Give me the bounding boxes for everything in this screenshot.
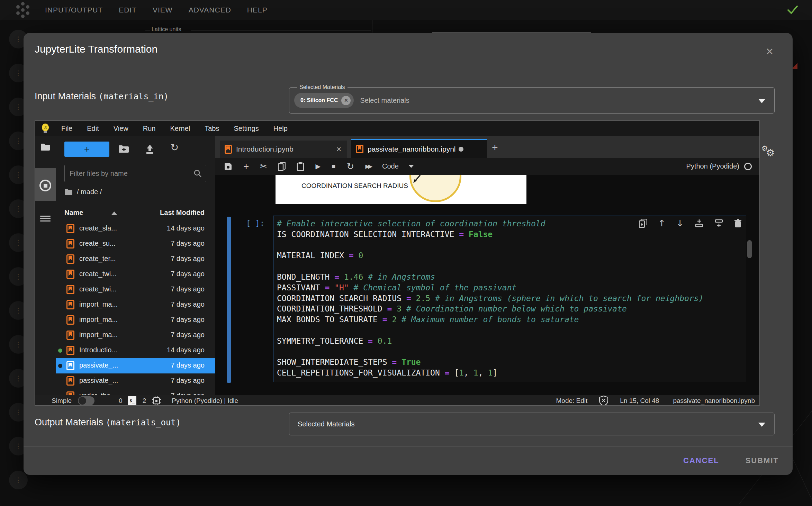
copy-cells-icon[interactable] <box>278 162 286 171</box>
kernel-dot <box>58 364 62 368</box>
move-cell-up-icon[interactable]: ↑ <box>658 219 666 228</box>
refresh-icon[interactable]: ↻ <box>170 142 179 153</box>
code-line[interactable]: SHOW_INTERMEDIATE_STEPS = True <box>277 357 742 368</box>
close-tab-icon[interactable]: × <box>336 144 341 154</box>
new-folder-icon[interactable] <box>118 144 129 153</box>
restart-run-all-icon[interactable]: ▶▶ <box>365 163 371 170</box>
file-row[interactable]: passivate_...7 days ago <box>56 373 215 389</box>
delete-cell-icon[interactable] <box>734 219 742 228</box>
jupyter-menu-help[interactable]: Help <box>273 125 288 133</box>
notebook-scrollbar[interactable] <box>747 240 752 258</box>
running-kernels-tab-icon[interactable] <box>39 180 51 191</box>
notebook-content[interactable]: COORDINATION SEARCH RADIUS [ ]: # Enable… <box>215 175 760 395</box>
code-line[interactable] <box>277 346 742 357</box>
code-line[interactable]: IS_COORDINATION_SELECTION_INTERACTIVE = … <box>277 229 742 240</box>
file-row[interactable]: create_sla...14 days ago <box>56 221 215 236</box>
file-row[interactable]: passivate_...7 days ago <box>56 358 215 373</box>
column-last-modified[interactable]: Last Modified <box>160 209 205 217</box>
file-row[interactable]: create_twi...7 days ago <box>56 267 215 282</box>
code-line[interactable] <box>277 240 742 251</box>
cell-type-chevron-icon[interactable] <box>408 165 414 168</box>
code-editor[interactable]: # Enable interactive selection of coordi… <box>273 216 746 382</box>
insert-cell-below-icon[interactable] <box>714 219 723 228</box>
code-line[interactable]: COORDINATION_THRESHOLD = 3 # Coordinatio… <box>277 304 742 314</box>
shield-x-icon[interactable] <box>599 396 608 406</box>
code-line[interactable]: COORDINATION_SEARCH_RADIUS = 2.5 # in An… <box>277 293 742 304</box>
chevron-down-icon[interactable] <box>758 99 765 103</box>
column-name[interactable]: Name <box>64 209 83 217</box>
new-launcher-button[interactable]: + <box>64 142 109 157</box>
material-chip[interactable]: 0: Silicon FCC × <box>294 93 354 108</box>
background-fieldset-line <box>191 30 371 30</box>
jupyter-menu-edit[interactable]: Edit <box>87 125 99 133</box>
code-line[interactable]: PASSIVANT = "H" # Chemical symbol of the… <box>277 282 742 293</box>
jupyter-menu-settings[interactable]: Settings <box>234 125 259 133</box>
app-menu-view[interactable]: VIEW <box>153 6 173 14</box>
notebook-icon <box>66 331 74 340</box>
file-browser-tab-icon[interactable] <box>40 143 50 151</box>
add-tab-button[interactable]: + <box>492 142 498 153</box>
app-menu-help[interactable]: HELP <box>247 6 268 14</box>
jupyter-menu-tabs[interactable]: Tabs <box>205 125 219 133</box>
file-last-modified: 7 days ago <box>171 255 205 263</box>
breadcrumb[interactable]: / made / <box>64 188 102 196</box>
code-line[interactable]: MAX_BONDS_TO_SATURATE = 2 # Maximum numb… <box>277 314 742 325</box>
run-cell-icon[interactable]: ▶ <box>315 162 321 170</box>
code-line[interactable]: MATERIAL_INDEX = 0 <box>277 250 742 261</box>
jupyter-menu-view[interactable]: View <box>114 125 128 133</box>
file-row[interactable]: create_ter...7 days ago <box>56 252 215 267</box>
kernel-chip-icon[interactable] <box>152 396 161 406</box>
jupyter-menu-file[interactable]: File <box>61 125 72 133</box>
insert-cell-above-icon[interactable] <box>695 219 704 228</box>
output-materials-select[interactable]: Selected Materials <box>289 413 775 435</box>
file-list: create_sla...14 days agocreate_su...7 da… <box>56 221 215 395</box>
file-row[interactable]: create_twi...7 days ago <box>56 282 215 297</box>
jupyter-menu-kernel[interactable]: Kernel <box>170 125 190 133</box>
app-logo-dots-icon[interactable] <box>14 2 32 18</box>
terminal-icon[interactable]: $_ <box>128 396 136 406</box>
table-of-contents-tab-icon[interactable] <box>40 214 51 223</box>
app-menu-edit[interactable]: EDIT <box>119 6 137 14</box>
editor-mode[interactable]: Mode: Edit <box>556 397 588 405</box>
kernel-status-icon[interactable] <box>744 163 752 170</box>
upload-icon[interactable] <box>145 144 155 154</box>
close-icon[interactable]: × <box>766 45 773 58</box>
paste-cells-icon[interactable] <box>297 162 304 171</box>
cut-cells-icon[interactable]: ✂ <box>260 162 267 171</box>
file-row[interactable]: under_the...7 days ago <box>56 389 215 395</box>
submit-button[interactable]: SUBMIT <box>746 456 779 465</box>
insert-cell-icon[interactable]: + <box>243 161 249 172</box>
file-row[interactable]: import_ma...7 days ago <box>56 297 215 313</box>
code-line[interactable] <box>277 261 742 272</box>
interrupt-kernel-icon[interactable]: ■ <box>332 163 335 170</box>
app-menu-advanced[interactable]: ADVANCED <box>189 6 231 14</box>
simple-mode-toggle[interactable] <box>78 396 94 405</box>
cell-collapser[interactable] <box>227 217 231 383</box>
input-materials-select[interactable]: Selected Materials 0: Silicon FCC × Sele… <box>289 87 775 114</box>
restart-kernel-icon[interactable]: ↻ <box>347 161 354 172</box>
chip-remove-icon[interactable]: × <box>341 96 351 105</box>
jupyter-menu-run[interactable]: Run <box>143 125 156 133</box>
cursor-position[interactable]: Ln 15, Col 48 <box>620 397 659 405</box>
settings-gears-icon[interactable]: ⚙ ⚙ <box>761 144 778 160</box>
code-line[interactable]: SYMMETRY_TOLERANCE = 0.1 <box>277 336 742 346</box>
code-line[interactable] <box>277 325 742 336</box>
kernel-status-text[interactable]: Python (Pyodide) | Idle <box>172 397 238 405</box>
app-menu-input-output[interactable]: INPUT/OUTPUT <box>45 6 103 14</box>
cell-type-select[interactable]: Code <box>382 162 399 170</box>
tab-introduction[interactable]: Introduction.ipynb × <box>220 141 347 158</box>
filter-files-input[interactable] <box>65 170 193 178</box>
kernel-name[interactable]: Python (Pyodide) <box>686 162 739 170</box>
chevron-down-icon[interactable] <box>758 423 765 427</box>
duplicate-cell-icon[interactable] <box>639 219 647 228</box>
save-icon[interactable] <box>224 162 232 171</box>
tab-passivate-nanoribbon[interactable]: passivate_nanoribbon.ipynl <box>351 139 487 158</box>
file-row[interactable]: Introductio...14 days ago <box>56 343 215 358</box>
move-cell-down-icon[interactable]: ↓ <box>676 219 684 228</box>
file-row[interactable]: create_su...7 days ago <box>56 236 215 252</box>
file-row[interactable]: import_ma...7 days ago <box>56 328 215 343</box>
file-row[interactable]: import_ma...7 days ago <box>56 313 215 328</box>
code-line[interactable]: CELL_REPETITIONS_FOR_VISUALIZATION = [1,… <box>277 368 742 378</box>
code-line[interactable]: BOND_LENGTH = 1.46 # in Angstroms <box>277 272 742 282</box>
cancel-button[interactable]: CANCEL <box>683 456 719 465</box>
